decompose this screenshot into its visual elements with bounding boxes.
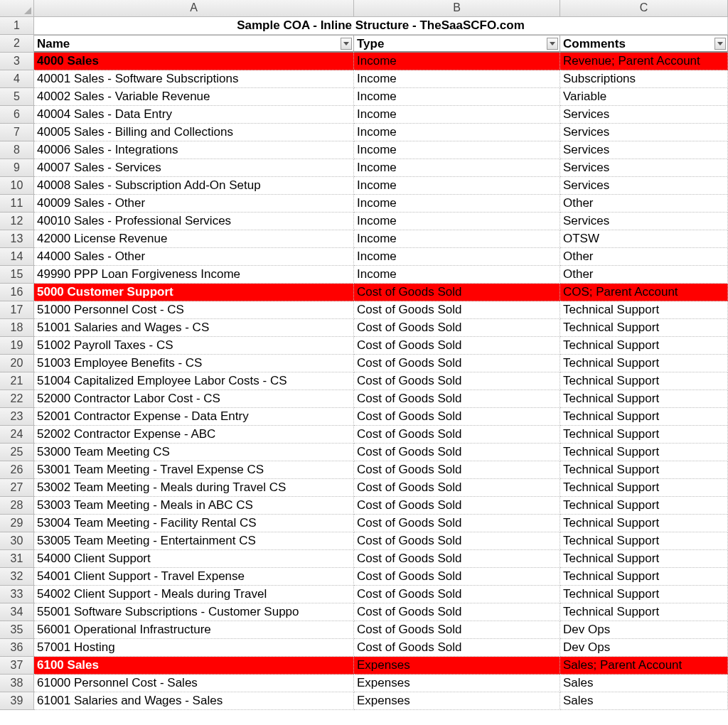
cell-comments[interactable]: Dev Ops: [560, 621, 728, 639]
row-header[interactable]: 6: [0, 106, 34, 124]
cell-name[interactable]: 40001 Sales - Software Subscriptions: [34, 70, 354, 88]
cell-type[interactable]: Cost of Goods Sold: [354, 390, 560, 408]
cell-type[interactable]: Cost of Goods Sold: [354, 603, 560, 621]
cell-name[interactable]: 42000 License Revenue: [34, 230, 354, 248]
cell-comments[interactable]: Services: [560, 141, 728, 159]
cell-comments[interactable]: Sales; Parent Account: [560, 657, 728, 675]
row-header[interactable]: 10: [0, 177, 34, 195]
cell-name[interactable]: 53004 Team Meeting - Facility Rental CS: [34, 515, 354, 532]
cell-name[interactable]: 52001 Contractor Expense - Data Entry: [34, 408, 354, 426]
cell-type[interactable]: Cost of Goods Sold: [354, 301, 560, 319]
cell-comments[interactable]: Technical Support: [560, 319, 728, 337]
row-header[interactable]: 3: [0, 53, 34, 70]
row-header[interactable]: 30: [0, 532, 34, 550]
cell-comments[interactable]: Services: [560, 159, 728, 177]
row-header[interactable]: 23: [0, 408, 34, 426]
filter-dropdown-button[interactable]: [547, 38, 558, 50]
cell-type[interactable]: Cost of Goods Sold: [354, 479, 560, 497]
cell-type[interactable]: Income: [354, 53, 560, 70]
row-header[interactable]: 11: [0, 195, 34, 213]
cell-name[interactable]: 53000 Team Meeting CS: [34, 444, 354, 461]
column-header[interactable]: C: [560, 0, 728, 17]
row-header[interactable]: 26: [0, 461, 34, 479]
cell-name[interactable]: 40010 Sales - Professional Services: [34, 213, 354, 230]
cell-name[interactable]: 51002 Payroll Taxes - CS: [34, 337, 354, 355]
row-header[interactable]: 36: [0, 639, 34, 657]
column-header[interactable]: B: [354, 0, 560, 17]
cell-name[interactable]: 40008 Sales - Subscription Add-On Setup: [34, 177, 354, 195]
cell-comments[interactable]: Technical Support: [560, 515, 728, 532]
cell-name[interactable]: 61000 Personnel Cost - Sales: [34, 675, 354, 692]
cell-comments[interactable]: Technical Support: [560, 301, 728, 319]
cell-type[interactable]: Cost of Goods Sold: [354, 586, 560, 603]
row-header[interactable]: 17: [0, 301, 34, 319]
cell-name[interactable]: 51003 Employee Benefits - CS: [34, 355, 354, 372]
cell-name[interactable]: 57001 Hosting: [34, 639, 354, 657]
cell-type[interactable]: Cost of Goods Sold: [354, 284, 560, 301]
cell-name[interactable]: 40009 Sales - Other: [34, 195, 354, 213]
cell-name[interactable]: 54000 Client Support: [34, 550, 354, 568]
cell-name[interactable]: 6100 Sales: [34, 657, 354, 675]
cell-comments[interactable]: Technical Support: [560, 372, 728, 390]
cell-comments[interactable]: COS; Parent Account: [560, 284, 728, 301]
row-header[interactable]: 2: [0, 35, 34, 53]
row-header[interactable]: 28: [0, 497, 34, 515]
cell-name[interactable]: 53002 Team Meeting - Meals during Travel…: [34, 479, 354, 497]
row-header[interactable]: 24: [0, 426, 34, 444]
cell-comments[interactable]: Sales: [560, 692, 728, 710]
cell-type[interactable]: Cost of Goods Sold: [354, 497, 560, 515]
cell-name[interactable]: 53003 Team Meeting - Meals in ABC CS: [34, 497, 354, 515]
cell-comments[interactable]: Technical Support: [560, 568, 728, 586]
row-header[interactable]: 13: [0, 230, 34, 248]
cell-type[interactable]: Cost of Goods Sold: [354, 639, 560, 657]
cell-name[interactable]: 40005 Sales - Billing and Collections: [34, 124, 354, 141]
cell-name[interactable]: 44000 Sales - Other: [34, 248, 354, 266]
cell-comments[interactable]: Services: [560, 106, 728, 124]
cell-type[interactable]: Cost of Goods Sold: [354, 372, 560, 390]
cell-comments[interactable]: Technical Support: [560, 337, 728, 355]
cell-type[interactable]: Income: [354, 266, 560, 284]
cell-comments[interactable]: Technical Support: [560, 408, 728, 426]
cell-comments[interactable]: Technical Support: [560, 461, 728, 479]
cell-type[interactable]: Income: [354, 248, 560, 266]
column-header[interactable]: A: [34, 0, 354, 17]
cell-name[interactable]: 40004 Sales - Data Entry: [34, 106, 354, 124]
row-header[interactable]: 9: [0, 159, 34, 177]
cell-name[interactable]: 54002 Client Support - Meals during Trav…: [34, 586, 354, 603]
cell-type[interactable]: Cost of Goods Sold: [354, 337, 560, 355]
cell-name[interactable]: 51001 Salaries and Wages - CS: [34, 319, 354, 337]
cell-name[interactable]: 40006 Sales - Integrations: [34, 141, 354, 159]
cell-type[interactable]: Cost of Goods Sold: [354, 461, 560, 479]
cell-type[interactable]: Cost of Goods Sold: [354, 355, 560, 372]
row-header[interactable]: 5: [0, 88, 34, 106]
cell-name[interactable]: 54001 Client Support - Travel Expense: [34, 568, 354, 586]
cell-comments[interactable]: Subscriptions: [560, 70, 728, 88]
cell-comments[interactable]: Other: [560, 248, 728, 266]
cell-comments[interactable]: Technical Support: [560, 603, 728, 621]
cell-type[interactable]: Expenses: [354, 692, 560, 710]
row-header[interactable]: 27: [0, 479, 34, 497]
row-header[interactable]: 21: [0, 372, 34, 390]
cell-comments[interactable]: Technical Support: [560, 532, 728, 550]
cell-type[interactable]: Income: [354, 230, 560, 248]
row-header[interactable]: 4: [0, 70, 34, 88]
cell-name[interactable]: 52002 Contractor Expense - ABC: [34, 426, 354, 444]
cell-comments[interactable]: Sales: [560, 675, 728, 692]
cell-type[interactable]: Cost of Goods Sold: [354, 568, 560, 586]
row-header[interactable]: 35: [0, 621, 34, 639]
row-header[interactable]: 7: [0, 124, 34, 141]
cell-type[interactable]: Income: [354, 159, 560, 177]
row-header[interactable]: 19: [0, 337, 34, 355]
cell-comments[interactable]: Technical Support: [560, 355, 728, 372]
cell-type[interactable]: Income: [354, 88, 560, 106]
cell-type[interactable]: Income: [354, 177, 560, 195]
row-header[interactable]: 12: [0, 213, 34, 230]
row-header[interactable]: 22: [0, 390, 34, 408]
row-header[interactable]: 16: [0, 284, 34, 301]
table-heading-comments[interactable]: Comments: [560, 35, 728, 53]
cell-comments[interactable]: Technical Support: [560, 586, 728, 603]
row-header[interactable]: 25: [0, 444, 34, 461]
select-all-corner[interactable]: [0, 0, 34, 17]
cell-name[interactable]: 56001 Operational Infrastructure: [34, 621, 354, 639]
cell-comments[interactable]: Revenue; Parent Account: [560, 53, 728, 70]
